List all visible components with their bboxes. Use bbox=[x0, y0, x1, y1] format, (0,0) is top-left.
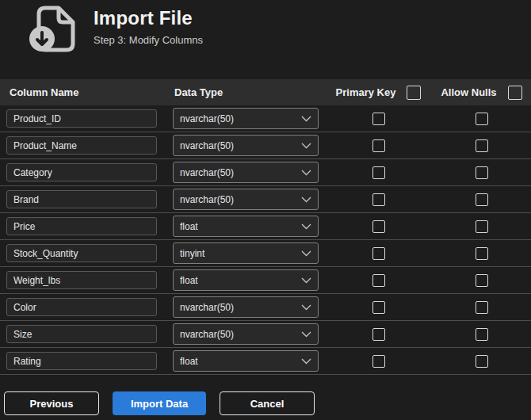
primary-key-checkbox[interactable] bbox=[372, 113, 385, 125]
column-name-input[interactable] bbox=[6, 136, 157, 155]
table-row: nvarchar(50) bbox=[0, 186, 531, 213]
column-name-cell bbox=[0, 325, 166, 343]
column-name-input[interactable] bbox=[6, 163, 157, 181]
primary-key-checkbox[interactable] bbox=[372, 193, 385, 206]
table-row: nvarchar(50) bbox=[0, 132, 531, 159]
primary-key-header: Primary Key bbox=[336, 86, 396, 98]
primary-key-checkbox[interactable] bbox=[372, 301, 385, 314]
file-download-icon bbox=[22, 4, 84, 56]
column-name-cell bbox=[0, 109, 166, 128]
data-type-cell: float bbox=[166, 269, 325, 291]
primary-key-checkbox[interactable] bbox=[372, 166, 385, 179]
data-type-select[interactable]: nvarchar(50) bbox=[173, 189, 319, 210]
primary-key-cell bbox=[325, 139, 432, 152]
table-row: nvarchar(50) bbox=[0, 294, 531, 321]
primary-key-checkbox[interactable] bbox=[372, 355, 385, 368]
allow-nulls-cell bbox=[432, 274, 531, 287]
column-name-input[interactable] bbox=[6, 298, 157, 316]
data-type-cell: nvarchar(50) bbox=[166, 296, 325, 318]
column-name-cell bbox=[0, 190, 166, 208]
primary-key-cell bbox=[325, 220, 432, 233]
header-titles: Import File Step 3: Modify Columns bbox=[84, 4, 203, 46]
primary-key-cell bbox=[325, 355, 432, 368]
cancel-button[interactable]: Cancel bbox=[220, 391, 315, 415]
allow-nulls-cell bbox=[432, 166, 531, 179]
column-name-input[interactable] bbox=[6, 325, 157, 343]
allow-nulls-checkbox[interactable] bbox=[476, 301, 488, 314]
allow-nulls-cell bbox=[432, 139, 531, 152]
data-type-select[interactable]: nvarchar(50) bbox=[173, 323, 319, 345]
allow-nulls-header: Allow Nulls bbox=[441, 86, 496, 98]
step-subtitle: Step 3: Modify Columns bbox=[94, 34, 203, 46]
primary-key-header-group: Primary Key bbox=[325, 86, 432, 100]
data-type-select[interactable]: tinyint bbox=[173, 242, 319, 264]
table-row: nvarchar(50) bbox=[0, 321, 531, 348]
primary-key-cell bbox=[325, 166, 432, 179]
allow-nulls-checkbox[interactable] bbox=[476, 355, 488, 368]
primary-key-select-all-checkbox[interactable] bbox=[407, 86, 421, 100]
allow-nulls-checkbox[interactable] bbox=[476, 247, 488, 260]
column-name-input[interactable] bbox=[6, 190, 157, 208]
column-name-cell bbox=[0, 217, 166, 235]
allow-nulls-cell bbox=[432, 355, 531, 368]
allow-nulls-checkbox[interactable] bbox=[476, 328, 488, 341]
table-row: float bbox=[0, 267, 531, 294]
table-row: float bbox=[0, 213, 531, 240]
allow-nulls-checkbox[interactable] bbox=[476, 193, 488, 206]
allow-nulls-cell bbox=[432, 113, 531, 125]
allow-nulls-select-all-checkbox[interactable] bbox=[508, 86, 522, 100]
primary-key-cell bbox=[325, 274, 432, 287]
data-type-cell: nvarchar(50) bbox=[166, 189, 325, 210]
column-name-header: Column Name bbox=[0, 86, 166, 98]
allow-nulls-cell bbox=[432, 301, 531, 314]
data-type-cell: nvarchar(50) bbox=[166, 162, 325, 183]
allow-nulls-cell bbox=[432, 220, 531, 233]
table-row: float bbox=[0, 348, 531, 375]
data-type-select[interactable]: float bbox=[173, 269, 319, 291]
column-name-input[interactable] bbox=[6, 352, 157, 370]
primary-key-checkbox[interactable] bbox=[372, 328, 385, 341]
import-file-icon bbox=[22, 4, 84, 59]
column-name-input[interactable] bbox=[6, 271, 157, 289]
column-name-cell bbox=[0, 163, 166, 181]
column-name-input[interactable] bbox=[6, 244, 157, 262]
allow-nulls-cell bbox=[432, 193, 531, 206]
table-body: nvarchar(50)nvarchar(50)nvarchar(50)nvar… bbox=[0, 105, 531, 375]
primary-key-checkbox[interactable] bbox=[372, 274, 385, 287]
data-type-select[interactable]: nvarchar(50) bbox=[173, 162, 319, 183]
primary-key-cell bbox=[325, 301, 432, 314]
footer-buttons: Previous Import Data Cancel bbox=[0, 391, 531, 415]
data-type-select[interactable]: float bbox=[173, 216, 319, 237]
allow-nulls-checkbox[interactable] bbox=[476, 139, 488, 152]
data-type-select[interactable]: nvarchar(50) bbox=[173, 135, 319, 156]
allow-nulls-checkbox[interactable] bbox=[476, 113, 488, 125]
data-type-cell: nvarchar(50) bbox=[166, 108, 325, 129]
primary-key-cell bbox=[325, 113, 432, 125]
data-type-header: Data Type bbox=[166, 86, 325, 98]
table-row: nvarchar(50) bbox=[0, 105, 531, 132]
column-name-cell bbox=[0, 352, 166, 370]
primary-key-cell bbox=[325, 247, 432, 260]
column-name-input[interactable] bbox=[6, 217, 157, 235]
previous-button[interactable]: Previous bbox=[4, 391, 99, 415]
primary-key-cell bbox=[325, 328, 432, 341]
primary-key-checkbox[interactable] bbox=[372, 139, 385, 152]
primary-key-cell bbox=[325, 193, 432, 206]
allow-nulls-checkbox[interactable] bbox=[476, 220, 488, 233]
data-type-cell: float bbox=[166, 216, 325, 237]
allow-nulls-cell bbox=[432, 328, 531, 341]
allow-nulls-checkbox[interactable] bbox=[476, 274, 488, 287]
data-type-select[interactable]: float bbox=[173, 350, 319, 372]
primary-key-checkbox[interactable] bbox=[372, 220, 385, 233]
data-type-select[interactable]: nvarchar(50) bbox=[173, 296, 319, 318]
column-name-input[interactable] bbox=[6, 109, 157, 128]
data-type-cell: tinyint bbox=[166, 242, 325, 264]
import-data-button[interactable]: Import Data bbox=[113, 391, 206, 415]
allow-nulls-checkbox[interactable] bbox=[476, 166, 488, 179]
primary-key-checkbox[interactable] bbox=[372, 247, 385, 260]
table-row: nvarchar(50) bbox=[0, 159, 531, 186]
data-type-cell: nvarchar(50) bbox=[166, 135, 325, 156]
data-type-cell: float bbox=[166, 350, 325, 372]
import-file-dialog: Import File Step 3: Modify Columns Colum… bbox=[0, 0, 531, 415]
data-type-select[interactable]: nvarchar(50) bbox=[173, 108, 319, 129]
